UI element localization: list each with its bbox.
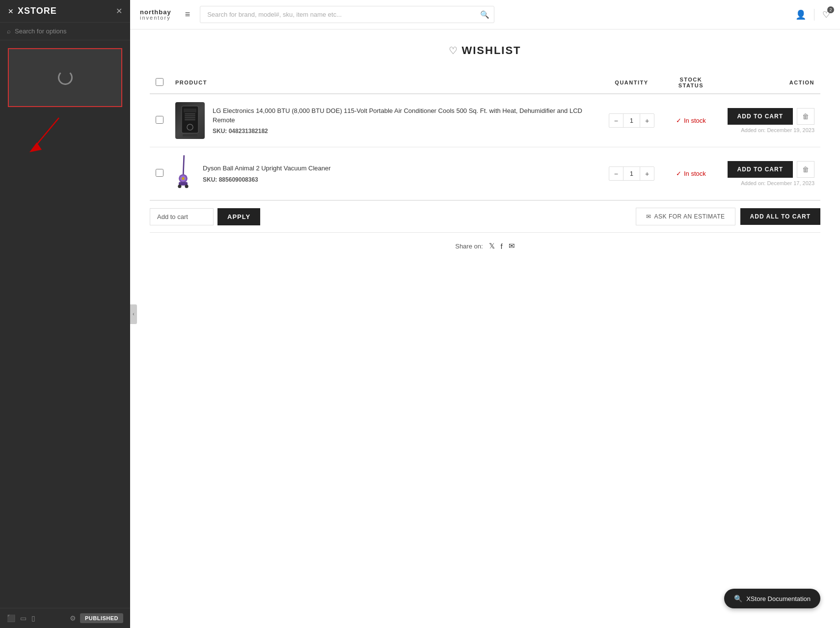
svg-marker-1 [29,142,42,152]
brand-name-bottom: inventory [140,15,171,21]
add-all-to-cart-button[interactable]: ADD ALL TO CART [740,208,820,225]
published-badge: PUBLISHED [80,613,123,623]
svg-point-16 [182,177,184,180]
sidebar-bottom-icons: ⬛ ▭ ▯ [7,614,35,622]
share-label: Share on: [455,243,483,250]
quantity-column-header: QUANTITY [603,72,660,94]
sidebar-header: ✕ XSTORE ✕ [0,0,130,23]
quantity-control-row1: − 1 + [609,113,654,128]
stock-cell-row1: ✓ In stock [660,94,721,147]
monitor-icon[interactable]: ⬛ [7,614,15,622]
qty-value-row2: 1 [623,167,640,180]
bulk-action-select[interactable]: Add to cart [150,208,214,225]
main-content: northbay inventory ≡ 🔍 👤 ♡ 2 ♡ WISHLIST [130,0,840,628]
svg-rect-6 [185,117,195,118]
wishlist-table: PRODUCT QUANTITY STOCK STATUS ACTION [150,72,820,200]
sidebar-preview-area [8,48,122,107]
qty-minus-row1[interactable]: − [609,114,623,127]
page-content: ♡ WISHLIST PRODUCT QUANTITY STOCK STATUS… [130,29,840,628]
brand-logo: northbay inventory [140,9,171,21]
sidebar-arrow [20,113,79,157]
added-on-row2: Added on: December 17, 2023 [728,180,814,186]
action-buttons-row1: ADD TO CART 🗑 [728,108,814,125]
quantity-cell-row1: − 1 + [603,94,660,147]
qty-minus-row2[interactable]: − [609,167,623,180]
product-cell-row1: LG Electronics 14,000 BTU (8,000 BTU DOE… [175,102,597,139]
bottom-right-actions: ✉ ASK FOR AN ESTIMATE ADD ALL TO CART [636,208,820,225]
svg-line-0 [34,118,59,147]
wishlist-count: 2 [827,6,834,13]
twitter-share-button[interactable]: 𝕏 [489,242,495,250]
table-row: Dyson Ball Animal 2 Upright Vacuum Clean… [150,147,820,200]
nav-right-actions: 👤 ♡ 2 [795,9,830,21]
product-sku-row1: SKU: 048231382182 [213,128,597,135]
add-to-cart-button-row1[interactable]: ADD TO CART [728,108,793,125]
apply-button[interactable]: APPLY [217,208,260,225]
ask-estimate-button[interactable]: ✉ ASK FOR AN ESTIMATE [636,208,735,225]
delete-button-row2[interactable]: 🗑 [797,161,814,178]
wishlist-heart-icon: ♡ [449,45,458,56]
product-info-row2: Dyson Ball Animal 2 Upright Vacuum Clean… [203,164,597,183]
svg-point-14 [178,185,181,188]
wishlist-button[interactable]: ♡ 2 [822,9,830,20]
settings-icon[interactable]: ⚙ [70,614,76,622]
xstore-docs-button[interactable]: 🔍 XStore Documentation [724,589,820,608]
qty-value-row1: 1 [623,114,640,127]
action-cell-row1: ADD TO CART 🗑 Added on: December 19, 202… [722,94,820,147]
row1-checkbox[interactable] [156,116,163,124]
check-icon-row1: ✓ [676,117,681,124]
qty-plus-row1[interactable]: + [640,114,654,127]
hamburger-menu-button[interactable]: ≡ [183,7,192,22]
nav-divider [814,9,814,21]
check-icon-row2: ✓ [676,170,681,177]
qty-plus-row2[interactable]: + [640,167,654,180]
share-row: Share on: 𝕏 f ✉ [150,232,820,259]
quantity-cell-row2: − 1 + [603,147,660,200]
sidebar-search-input[interactable] [15,27,123,35]
add-to-cart-button-row2[interactable]: ADD TO CART [728,161,793,178]
svg-point-15 [185,185,189,188]
product-image-ac [175,102,205,139]
product-name-row2: Dyson Ball Animal 2 Upright Vacuum Clean… [203,164,597,173]
table-body: LG Electronics 14,000 BTU (8,000 BTU DOE… [150,94,820,200]
in-stock-status-row2: ✓ In stock [666,170,715,177]
sidebar-close-button[interactable]: ✕ [116,6,122,16]
in-stock-status-row1: ✓ In stock [666,117,715,124]
svg-rect-9 [183,134,197,137]
product-name-row1: LG Electronics 14,000 BTU (8,000 BTU DOE… [213,107,597,124]
added-on-row1: Added on: December 19, 2023 [728,127,814,133]
email-share-button[interactable]: ✉ [509,242,515,250]
docs-search-icon: 🔍 [734,595,742,602]
bottom-actions: Add to cart APPLY ✉ ASK FOR AN ESTIMATE … [150,200,820,232]
tablet-icon[interactable]: ▭ [20,614,27,622]
svg-rect-3 [184,109,196,112]
nav-search-input[interactable] [200,6,494,23]
page-title: WISHLIST [461,44,521,57]
nav-search-button[interactable]: 🔍 [480,10,489,19]
product-image-dyson [175,155,195,192]
mobile-icon[interactable]: ▯ [31,614,35,622]
svg-rect-5 [185,115,195,116]
row2-checkbox[interactable] [156,169,163,177]
sidebar-bottom-toolbar: ⬛ ▭ ▯ ⚙ PUBLISHED [0,608,130,628]
stock-column-header: STOCK STATUS [660,72,721,94]
table-header: PRODUCT QUANTITY STOCK STATUS ACTION [150,72,820,94]
brand-name-top: northbay [140,9,171,15]
sidebar-bottom-right: ⚙ PUBLISHED [70,613,123,623]
product-info-row1: LG Electronics 14,000 BTU (8,000 BTU DOE… [213,107,597,134]
action-column-header: ACTION [722,72,820,94]
account-button[interactable]: 👤 [795,9,806,20]
xstore-logo-icon: ✕ [8,7,14,15]
product-column-header: PRODUCT [169,72,603,94]
action-cell-row2: ADD TO CART 🗑 Added on: December 17, 202… [722,147,820,200]
sidebar-collapse-button[interactable]: ‹ [130,304,137,324]
table-row: LG Electronics 14,000 BTU (8,000 BTU DOE… [150,94,820,147]
page-title-row: ♡ WISHLIST [150,44,820,57]
envelope-icon: ✉ [646,213,651,220]
sidebar-search-bar: ⌕ [0,23,130,40]
facebook-share-button[interactable]: f [501,242,503,250]
bottom-left-actions: Add to cart APPLY [150,208,260,225]
select-all-checkbox[interactable] [156,78,163,86]
svg-rect-4 [185,113,195,114]
delete-button-row1[interactable]: 🗑 [797,108,814,125]
